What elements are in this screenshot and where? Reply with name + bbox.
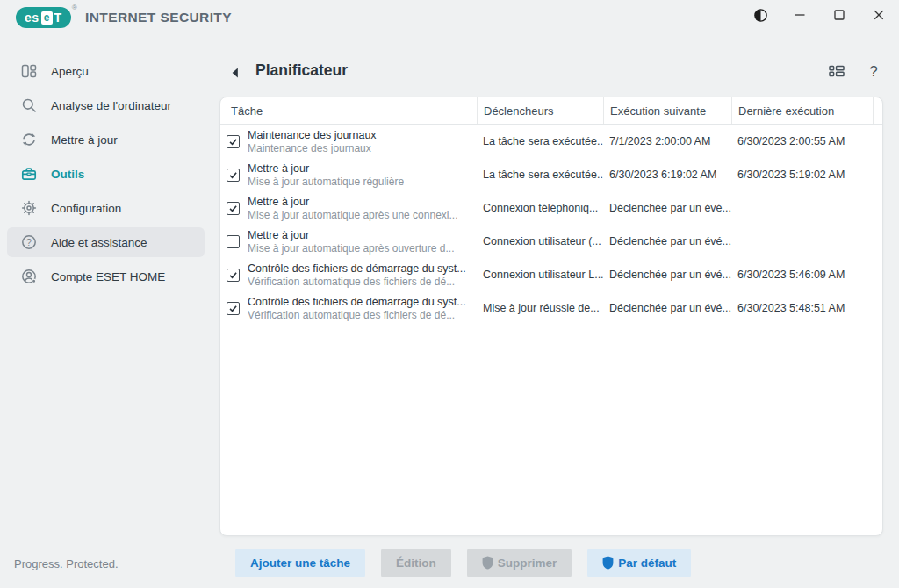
task-checkbox[interactable]	[227, 169, 240, 182]
task-checkbox[interactable]	[227, 269, 240, 282]
task-subtitle: Vérification automatique des fichiers de…	[248, 276, 466, 289]
sidebar-item-label: Configuration	[51, 202, 121, 215]
task-next-run: Déclenchée par un évé...	[603, 225, 731, 258]
action-button-label: Édition	[396, 556, 436, 570]
close-button[interactable]	[864, 4, 894, 30]
table-row[interactable]: Mettre à jour Mise à jour automatique ap…	[220, 191, 882, 225]
scheduler-table: Tâche Déclencheurs Exécution suivante De…	[219, 97, 883, 536]
minus-icon	[794, 9, 806, 25]
minimize-button[interactable]	[785, 4, 815, 30]
layout-options-icon[interactable]	[827, 61, 846, 81]
table-row[interactable]: Maintenance des journaux Maintenance des…	[220, 125, 882, 158]
registered-mark: ®	[72, 4, 77, 11]
gear-icon	[21, 200, 37, 216]
column-header-last-run: Dernière exécution	[731, 97, 873, 124]
task-title: Mettre à jour	[248, 228, 454, 242]
overview-icon	[21, 63, 37, 79]
table-row[interactable]: Contrôle des fichiers de démarrage du sy…	[220, 291, 882, 325]
sidebar-item-compte[interactable]: Compte ESET HOME	[7, 262, 205, 291]
sidebar-item-label: Analyse de l'ordinateur	[51, 99, 171, 112]
task-next-run: Déclenchée par un évé...	[603, 191, 731, 225]
task-trigger: La tâche sera exécutée...	[477, 125, 603, 158]
table-row[interactable]: Mettre à jour Mise à jour automatique ap…	[220, 225, 882, 258]
account-icon	[21, 269, 37, 284]
add-task-button[interactable]: Ajouter une tâche	[235, 549, 365, 577]
task-title: Maintenance des journaux	[248, 128, 377, 142]
sidebar-item-apercu[interactable]: Aperçu	[7, 56, 205, 86]
task-subtitle: Mise à jour automatique après une connex…	[248, 209, 457, 222]
sidebar-item-outils[interactable]: Outils	[7, 159, 205, 189]
svg-text:?: ?	[869, 63, 877, 79]
task-checkbox[interactable]	[227, 302, 240, 315]
task-last-run: 6/30/2023 2:00:55 AM	[731, 125, 873, 158]
eset-logo: es e T ®	[16, 7, 71, 28]
sidebar-item-label: Compte ESET HOME	[51, 270, 165, 283]
delete-button: Supprimer	[467, 549, 572, 577]
sidebar-item-configuration[interactable]: Configuration	[7, 193, 205, 223]
contrast-icon	[753, 8, 768, 26]
task-checkbox[interactable]	[227, 202, 240, 215]
sidebar-item-mettre-a-jour[interactable]: Mettre à jour	[7, 125, 205, 154]
table-header: Tâche Déclencheurs Exécution suivante De…	[220, 97, 882, 125]
task-trigger: Mise à jour réussie de...	[477, 291, 603, 325]
help-icon: ?	[21, 234, 37, 250]
task-trigger: Connexion téléphoniq...	[477, 191, 603, 225]
task-last-run	[731, 191, 873, 225]
tools-icon	[21, 166, 37, 182]
sidebar-item-label: Outils	[51, 168, 84, 181]
sidebar-nav: Aperçu Analyse de l'ordinateur Mettre à …	[0, 52, 219, 296]
action-button-label: Supprimer	[498, 556, 557, 570]
uac-shield-icon	[602, 556, 614, 570]
table-row[interactable]: Mettre à jour Mise à jour automatique ré…	[220, 158, 882, 191]
task-subtitle: Mise à jour automatique après ouverture …	[248, 242, 454, 255]
task-title: Mettre à jour	[248, 161, 404, 176]
x-icon	[873, 9, 885, 25]
sidebar-item-label: Aide et assistance	[51, 236, 147, 249]
task-trigger: Connexion utilisateur L...	[477, 258, 603, 291]
task-subtitle: Mise à jour automatique régulière	[248, 176, 404, 189]
page-title: Planificateur	[255, 61, 348, 80]
task-last-run: 6/30/2023 5:19:02 AM	[731, 158, 873, 191]
task-title: Contrôle des fichiers de démarrage du sy…	[248, 295, 466, 309]
chevron-left-icon	[229, 67, 241, 79]
titlebar: es e T ® INTERNET SECURITY	[0, 0, 899, 35]
maximize-button[interactable]	[824, 4, 854, 30]
product-name: INTERNET SECURITY	[85, 10, 232, 25]
search-icon	[21, 97, 37, 113]
task-title: Contrôle des fichiers de démarrage du sy…	[248, 262, 466, 276]
sidebar-item-label: Aperçu	[51, 65, 89, 78]
task-trigger: Connexion utilisateur (...	[477, 225, 603, 258]
task-table-body: Maintenance des journaux Maintenance des…	[220, 125, 882, 325]
edit-button: Édition	[381, 549, 451, 577]
table-row[interactable]: Contrôle des fichiers de démarrage du sy…	[220, 258, 882, 291]
default-button[interactable]: Par défaut	[587, 549, 691, 577]
task-checkbox[interactable]	[227, 135, 240, 148]
sidebar-item-aide[interactable]: ? Aide et assistance	[7, 227, 205, 257]
task-last-run	[731, 225, 873, 258]
theme-toggle-button[interactable]	[745, 4, 775, 30]
window-controls	[745, 4, 894, 30]
sidebar-item-label: Mettre à jour	[51, 133, 118, 147]
task-subtitle: Vérification automatique des fichiers de…	[248, 309, 466, 322]
column-header-spacer	[873, 97, 882, 124]
task-subtitle: Maintenance des journaux	[248, 142, 377, 155]
action-bar: Ajouter une tâche Édition Supprimer Par …	[235, 549, 691, 577]
help-icon[interactable]: ?	[864, 61, 883, 81]
task-next-run: Déclenchée par un évé...	[603, 258, 731, 291]
sidebar-item-analyse[interactable]: Analyse de l'ordinateur	[7, 90, 205, 120]
column-header-task: Tâche	[220, 97, 477, 124]
column-header-next-run: Exécution suivante	[603, 97, 731, 124]
action-button-label: Ajouter une tâche	[250, 556, 350, 570]
task-trigger: La tâche sera exécutée...	[477, 158, 603, 191]
task-last-run: 6/30/2023 5:48:51 AM	[731, 291, 873, 325]
back-button[interactable]	[229, 64, 247, 82]
svg-text:?: ?	[26, 237, 32, 247]
refresh-icon	[21, 132, 37, 147]
task-title: Mettre à jour	[248, 195, 457, 209]
uac-shield-icon	[482, 556, 493, 570]
task-checkbox[interactable]	[227, 235, 240, 248]
column-header-triggers: Déclencheurs	[477, 97, 603, 124]
task-next-run: Déclenchée par un évé...	[603, 291, 731, 325]
task-last-run: 6/30/2023 5:46:09 AM	[731, 258, 873, 291]
status-tagline: Progress. Protected.	[14, 557, 119, 570]
